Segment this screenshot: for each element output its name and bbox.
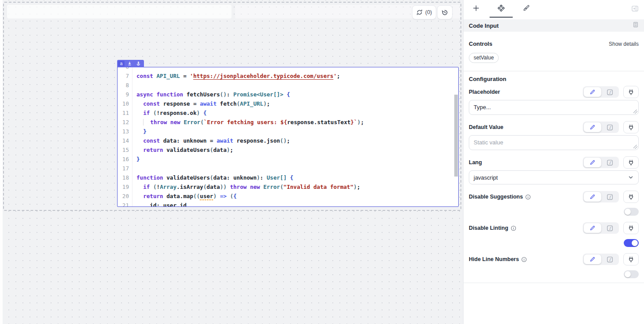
function-mode-button[interactable]: f: [601, 158, 618, 167]
code-line-text: id: user.id,: [132, 201, 190, 207]
resize-handle[interactable]: [633, 110, 637, 114]
property-mode-controls: f: [583, 253, 639, 265]
code-input-widget[interactable]: 67const API_URL = 'https://jsonplacehold…: [117, 67, 459, 207]
property-header: Hide Line Numbersf: [469, 253, 639, 265]
property-header: Langf: [469, 156, 639, 169]
property-lang: Langfjavascript: [464, 156, 644, 184]
line-number: 18: [118, 173, 132, 182]
code-line-16: 16}: [118, 155, 458, 164]
line-number: 19: [118, 182, 132, 191]
property-mode-controls: f: [583, 121, 639, 133]
property-disable-suggestions: Disable Suggestionsf: [464, 191, 644, 216]
controls-chip-list: setValue: [469, 53, 639, 63]
editor-canvas[interactable]: (0) a: [0, 0, 463, 324]
default-value-textarea[interactable]: Static value: [469, 135, 639, 150]
property-label: Placeholder: [469, 89, 500, 95]
code-line-20: 20 return data.map((user) => ({: [118, 191, 458, 201]
tab-styles[interactable]: [514, 0, 539, 18]
code-line-text: if (!Array.isArray(data)) throw new Erro…: [132, 182, 360, 191]
lang-select[interactable]: javascript: [469, 170, 639, 184]
property-hide-line-numbers: Hide Line Numbersf: [464, 253, 644, 278]
tab-add[interactable]: [464, 0, 489, 18]
plug-binding-button[interactable]: [623, 191, 639, 203]
disable-linting-toggle[interactable]: [624, 239, 639, 247]
history-button[interactable]: [437, 5, 453, 19]
code-line-text: [132, 81, 136, 90]
line-number: 21: [118, 201, 132, 207]
value-mode-segmented-control: f: [583, 157, 619, 168]
info-icon[interactable]: [521, 257, 527, 262]
code-line-text: [132, 67, 136, 71]
plus-icon: [472, 4, 480, 14]
line-number: 16: [118, 155, 132, 164]
toggle-knob: [625, 209, 631, 215]
plug-binding-button[interactable]: [623, 222, 639, 234]
code-line-12: 12 throw new Error(`Error fetching users…: [118, 118, 458, 127]
line-number: 9: [118, 90, 132, 99]
resize-handle[interactable]: [633, 145, 637, 149]
function-mode-button[interactable]: f: [601, 122, 618, 132]
anchor-icon[interactable]: [135, 61, 142, 66]
controls-section-header: Controls Show details: [469, 40, 639, 47]
function-mode-button[interactable]: f: [601, 87, 618, 97]
disable-suggestions-toggle[interactable]: [624, 208, 639, 216]
bottom-divider: [464, 283, 644, 283]
toggle-row: [469, 239, 639, 247]
code-line-14: 14 const data: unknown = await response.…: [118, 136, 458, 145]
hide-line-numbers-toggle[interactable]: [624, 270, 639, 278]
plug-binding-button[interactable]: [623, 156, 639, 169]
property-default-value: Default ValuefStatic value: [464, 121, 644, 150]
widget-name-label[interactable]: a: [118, 61, 125, 66]
canvas-action-bar: (0): [412, 5, 453, 19]
property-disable-linting: Disable Lintingf: [464, 222, 644, 247]
collapse-panel-icon[interactable]: [631, 5, 639, 14]
line-number: 10: [118, 99, 132, 108]
info-icon[interactable]: [525, 194, 531, 200]
show-details-button[interactable]: Show details: [609, 41, 639, 47]
function-mode-button[interactable]: f: [601, 192, 618, 202]
page-icon[interactable]: [633, 22, 639, 29]
property-panel: Code Input Controls Show details setValu…: [463, 0, 644, 324]
property-mode-controls: f: [583, 191, 639, 203]
top-zone-left[interactable]: [7, 5, 232, 18]
code-line-10: 10 const response = await fetch(API_URL)…: [118, 99, 458, 108]
section-divider: [464, 71, 644, 71]
placeholder-textarea[interactable]: Type...: [469, 100, 639, 115]
pen-mode-button[interactable]: [584, 87, 601, 97]
plug-binding-button[interactable]: [623, 86, 639, 98]
pen-mode-button[interactable]: [584, 192, 601, 202]
line-number: 7: [118, 71, 132, 81]
info-icon[interactable]: [511, 225, 516, 231]
tab-widgets[interactable]: [489, 0, 514, 18]
pen-mode-button[interactable]: [584, 158, 601, 167]
selected-widget-title: Code Input: [469, 22, 499, 29]
function-mode-button[interactable]: f: [601, 223, 618, 233]
pen-mode-button[interactable]: [584, 223, 601, 233]
chevron-down-icon: [628, 174, 634, 180]
code-line-text: throw new Error(`Error fetching users: $…: [132, 118, 364, 127]
code-line-21: 21 id: user.id,: [118, 201, 458, 207]
property-placeholder: PlaceholderfType...: [464, 86, 644, 115]
pen-mode-button[interactable]: [584, 254, 601, 264]
editor-scrollbar-thumb[interactable]: [454, 95, 458, 177]
line-number: 13: [118, 127, 132, 136]
svg-text:f: f: [609, 90, 611, 94]
code-line-text: return data.map((user) => ({: [132, 191, 237, 201]
plug-binding-button[interactable]: [623, 253, 639, 265]
drop-target-icon[interactable]: [126, 61, 133, 66]
property-header: Disable Lintingf: [469, 222, 639, 234]
plug-binding-button[interactable]: [623, 121, 639, 133]
pen-mode-button[interactable]: [584, 122, 601, 132]
property-header: Disable Suggestionsf: [469, 191, 639, 203]
property-label: Default Value: [469, 124, 504, 130]
setvalue-chip[interactable]: setValue: [469, 53, 499, 63]
function-mode-button[interactable]: f: [601, 254, 618, 264]
refresh-count-label: (0): [425, 9, 432, 15]
property-mode-controls: f: [583, 222, 639, 234]
svg-text:f: f: [609, 160, 611, 165]
refresh-button[interactable]: (0): [412, 5, 436, 19]
line-number: 14: [118, 136, 132, 145]
controls-section-title: Controls: [469, 40, 492, 47]
widget-floating-toolbar: a: [117, 60, 144, 67]
property-label: Disable Suggestions: [469, 194, 531, 200]
